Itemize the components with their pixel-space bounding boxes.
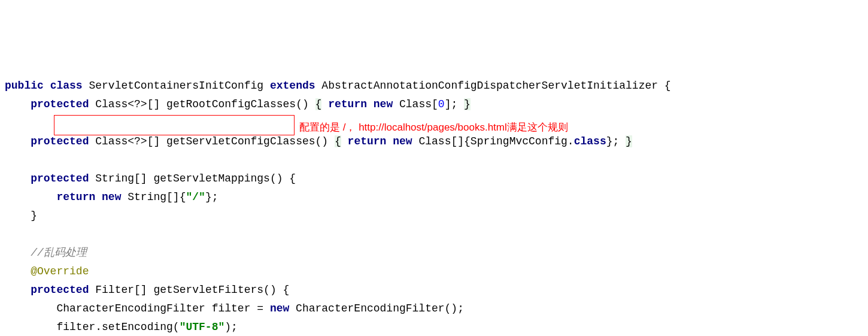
enc-decl: CharacterEncodingFilter filter = xyxy=(56,302,263,314)
comment-encoding: //乱码处理 xyxy=(31,247,87,259)
type-filterarr: Filter[] xyxy=(95,284,147,296)
type-class-1: Class xyxy=(399,98,432,110)
str-slash: "/" xyxy=(186,191,205,203)
anno-override: @Override xyxy=(31,265,89,277)
type-classarr-1: Class<?>[] xyxy=(95,98,160,110)
kw-public: public xyxy=(5,80,44,92)
brace-open-2: { xyxy=(335,135,341,147)
type-strarr: String[] xyxy=(95,172,147,184)
kw-new-3: new xyxy=(102,191,121,203)
kw-return-2: return xyxy=(348,135,387,147)
spring-cls: SpringMvcConfig. xyxy=(471,135,574,147)
method-4: getServletFilters() xyxy=(153,284,276,296)
kw-return-1: return xyxy=(328,98,367,110)
type-class-2: Class xyxy=(418,135,451,147)
annotation-text: 配置的是 /， http://localhost/pages/books.htm… xyxy=(299,118,568,137)
kw-class-lit: class xyxy=(574,135,606,147)
kw-new-4: new xyxy=(270,302,289,314)
kw-extends: extends xyxy=(270,80,315,92)
num-zero: 0 xyxy=(438,98,445,110)
kw-protected-2: protected xyxy=(31,135,89,147)
brace-close-2: } xyxy=(626,135,632,147)
kw-new-1: new xyxy=(374,98,393,110)
method-1: getRootConfigClasses() xyxy=(166,98,309,110)
type-classarr-2: Class<?>[] xyxy=(95,135,160,147)
kw-return-3: return xyxy=(56,191,95,203)
super-name: AbstractAnnotationConfigDispatcherServle… xyxy=(321,80,658,92)
kw-protected-1: protected xyxy=(31,98,89,110)
kw-class: class xyxy=(50,80,83,92)
enc-ctor: CharacterEncodingFilter(); xyxy=(296,302,464,314)
class-name: ServletContainersInitConfig xyxy=(89,80,263,92)
kw-protected-4: protected xyxy=(31,284,89,296)
brace-open-1: { xyxy=(315,98,322,110)
code-block: public class ServletContainersInitConfig… xyxy=(5,77,863,336)
kw-new-2: new xyxy=(393,135,412,147)
method-2: getServletConfigClasses() xyxy=(166,135,328,147)
enc-set: filter.setEncoding( xyxy=(56,321,179,333)
kw-protected-3: protected xyxy=(31,172,89,184)
method-3: getServletMappings() xyxy=(153,172,283,184)
brace-close-1: } xyxy=(464,98,471,110)
str-utf8: "UTF-8" xyxy=(180,321,225,333)
